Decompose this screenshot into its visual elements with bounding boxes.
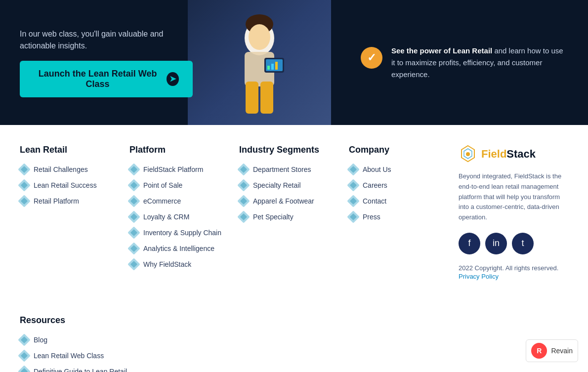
resources-title: Resources — [20, 315, 568, 326]
industry-col: Industry Segments Department Stores Spec… — [239, 145, 349, 281]
bullet-icon — [18, 195, 30, 207]
list-item: FieldStack Platform — [129, 165, 239, 174]
bullet-icon — [237, 179, 250, 191]
list-item: Inventory & Supply Chain — [129, 228, 239, 237]
launch-webclass-button[interactable]: Launch the Lean Retail Web Class ➤ — [20, 61, 193, 97]
blog-link[interactable]: Blog — [34, 336, 47, 344]
pos-link[interactable]: Point of Sale — [143, 181, 182, 189]
company-col: Company About Us Careers Contact Press — [349, 145, 459, 281]
web-class-link[interactable]: Lean Retail Web Class — [34, 352, 104, 360]
pet-specialty-link[interactable]: Pet Specialty — [253, 213, 294, 221]
list-item: Retail Challenges — [20, 165, 129, 174]
list-item: Apparel & Footwear — [239, 197, 349, 206]
list-item: Lean Retail Success — [20, 181, 129, 190]
list-item: Department Stores — [239, 165, 349, 174]
industry-title: Industry Segments — [239, 145, 349, 155]
linkedin-icon[interactable]: in — [485, 233, 507, 254]
footer-nav: Lean Retail Retail Challenges Lean Retai… — [0, 125, 588, 315]
ecommerce-link[interactable]: eCommerce — [143, 197, 181, 205]
platform-title: Platform — [129, 145, 239, 155]
bullet-icon — [347, 179, 359, 191]
bullet-icon — [18, 349, 30, 362]
lean-retail-list: Retail Challenges Lean Retail Success Re… — [20, 165, 129, 206]
privacy-policy-link[interactable]: Privacy Policy — [459, 273, 499, 280]
list-item: About Us — [349, 165, 459, 174]
svg-point-13 — [466, 152, 470, 156]
bullet-icon — [127, 195, 140, 207]
revain-text: Revain — [551, 347, 573, 355]
list-item: Pet Specialty — [239, 212, 349, 221]
bullet-icon — [127, 163, 140, 175]
about-us-link[interactable]: About Us — [363, 165, 391, 173]
dept-stores-link[interactable]: Department Stores — [253, 165, 311, 173]
bullet-icon — [127, 210, 140, 223]
copyright-text: 2022 Copyright. All rights reserved. — [459, 264, 568, 272]
why-fieldstack-link[interactable]: Why FieldStack — [143, 260, 191, 268]
list-item: Point of Sale — [129, 181, 239, 190]
bullet-icon — [347, 195, 359, 207]
hero-right-text: See the power of Lean Retail and learn h… — [391, 45, 568, 81]
bullet-icon — [237, 163, 250, 175]
bullet-icon — [18, 333, 30, 346]
platform-col: Platform FieldStack Platform Point of Sa… — [129, 145, 239, 281]
lean-retail-success-link[interactable]: Lean Retail Success — [34, 181, 97, 189]
lean-retail-col: Lean Retail Retail Challenges Lean Retai… — [20, 145, 129, 281]
svg-point-5 — [249, 24, 270, 50]
resources-section: Resources Blog Lean Retail Web Class Def… — [0, 315, 588, 372]
list-item: Retail Platform — [20, 197, 129, 206]
hero-right: See the power of Lean Retail and learn h… — [361, 45, 568, 81]
retail-platform-link[interactable]: Retail Platform — [34, 197, 79, 205]
check-icon — [361, 47, 382, 69]
contact-link[interactable]: Contact — [363, 197, 386, 205]
facebook-icon[interactable]: f — [459, 233, 480, 254]
list-item: eCommerce — [129, 197, 239, 206]
arrow-icon: ➤ — [167, 72, 179, 86]
list-item: Analytics & Intelligence — [129, 244, 239, 253]
company-title: Company — [349, 145, 459, 155]
fieldstack-logo-icon — [459, 145, 477, 164]
svg-rect-10 — [275, 62, 278, 70]
fieldstack-brand: FieldStack — [459, 145, 568, 164]
bullet-icon — [127, 179, 140, 191]
bullet-icon — [18, 163, 30, 175]
loyalty-crm-link[interactable]: Loyalty & CRM — [143, 213, 189, 221]
inventory-link[interactable]: Inventory & Supply Chain — [143, 229, 221, 237]
svg-rect-3 — [260, 82, 273, 114]
bullet-icon — [127, 242, 140, 254]
fieldstack-platform-link[interactable]: FieldStack Platform — [143, 165, 203, 173]
svg-rect-8 — [267, 66, 270, 70]
revain-badge[interactable]: R Revain — [526, 339, 578, 362]
list-item: Why FieldStack — [129, 260, 239, 269]
fieldstack-col: FieldStack Beyond integrated, FieldStack… — [459, 145, 568, 281]
svg-rect-9 — [271, 64, 274, 70]
list-item: Careers — [349, 181, 459, 190]
resources-list: Blog Lean Retail Web Class Definitive Gu… — [20, 335, 568, 372]
bullet-icon — [347, 163, 359, 175]
careers-link[interactable]: Careers — [363, 181, 387, 189]
bullet-icon — [237, 210, 250, 223]
social-icons: f in t — [459, 233, 568, 254]
revain-icon: R — [531, 343, 547, 359]
industry-list: Department Stores Specialty Retail Appar… — [239, 165, 349, 221]
fieldstack-brand-name: FieldStack — [481, 148, 536, 161]
platform-list: FieldStack Platform Point of Sale eComme… — [129, 165, 239, 269]
analytics-link[interactable]: Analytics & Intelligence — [143, 245, 214, 252]
list-item: Lean Retail Web Class — [20, 351, 568, 360]
list-item: Contact — [349, 197, 459, 206]
list-item: Definitive Guide to Lean Retail — [20, 367, 568, 372]
press-link[interactable]: Press — [363, 213, 380, 221]
company-list: About Us Careers Contact Press — [349, 165, 459, 221]
specialty-retail-link[interactable]: Specialty Retail — [253, 181, 301, 189]
person-illustration — [220, 8, 299, 117]
list-item: Loyalty & CRM — [129, 212, 239, 221]
bullet-icon — [18, 179, 30, 191]
hero-section: In our web class, you'll gain valuable a… — [0, 0, 588, 125]
lean-retail-title: Lean Retail — [20, 145, 129, 155]
fieldstack-description: Beyond integrated, FieldStack is the end… — [459, 171, 568, 223]
apparel-link[interactable]: Apparel & Footwear — [253, 197, 314, 205]
guide-link[interactable]: Definitive Guide to Lean Retail — [34, 368, 127, 372]
retail-challenges-link[interactable]: Retail Challenges — [34, 165, 88, 173]
footer-columns: Lean Retail Retail Challenges Lean Retai… — [20, 145, 568, 281]
twitter-icon[interactable]: t — [512, 233, 534, 254]
bullet-icon — [237, 195, 250, 207]
